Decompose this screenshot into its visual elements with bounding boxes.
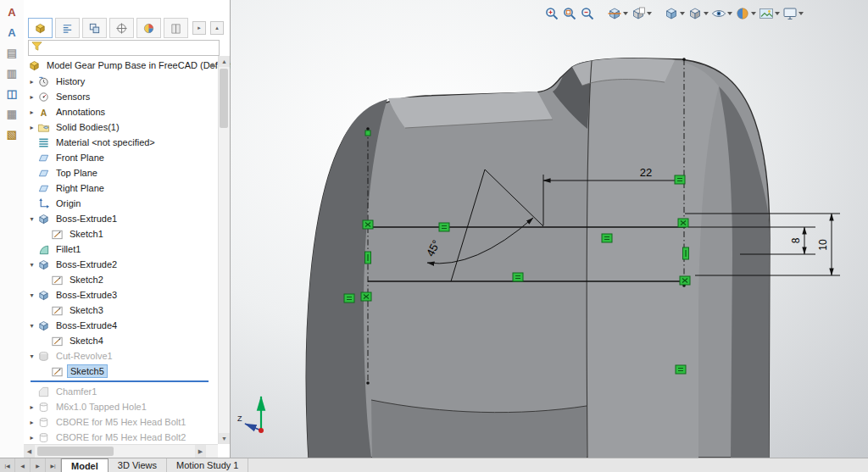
3d-drawing-view-icon[interactable] bbox=[631, 5, 652, 22]
featuremanager-design-tree-tab[interactable] bbox=[28, 18, 53, 38]
dim-8-label[interactable]: 8 bbox=[790, 237, 802, 243]
expand-arrow[interactable]: ▸ bbox=[27, 93, 36, 101]
tree-item-sketch3[interactable]: Sketch3 bbox=[24, 303, 217, 318]
tree-item-sensors[interactable]: ▸Sensors bbox=[24, 89, 217, 104]
tree-vertical-scrollbar[interactable]: ▲ ▼ bbox=[218, 56, 230, 444]
tab-scroll-button[interactable]: ▶ bbox=[31, 458, 46, 472]
filter-input[interactable] bbox=[43, 41, 219, 55]
relation-marker-x[interactable] bbox=[678, 219, 688, 227]
scroll-right-arrow[interactable]: ▶ bbox=[195, 445, 206, 458]
tree-item-m6x1-0-tapped-hole1[interactable]: ▸M6x1.0 Tapped Hole1 bbox=[24, 399, 217, 414]
expand-arrow[interactable]: ▸ bbox=[27, 419, 36, 426]
note-icon[interactable]: A bbox=[3, 3, 21, 20]
dropdown-caret-icon[interactable] bbox=[680, 12, 685, 15]
expand-arrow[interactable]: ▾ bbox=[27, 215, 36, 223]
dropdown-caret-icon[interactable] bbox=[647, 12, 652, 15]
tree-item-cbore-for-m5-hex-head-bolt1[interactable]: ▸CBORE for M5 Hex Head Bolt1 bbox=[24, 414, 217, 430]
rollback-bar[interactable] bbox=[31, 380, 209, 382]
relation-marker-eq[interactable] bbox=[676, 365, 686, 374]
tree-horizontal-scrollbar[interactable]: ◀ ▶ bbox=[24, 444, 218, 458]
tree-item-cbore-for-m5-hex-head-bolt2[interactable]: ▸CBORE for M5 Hex Head Bolt2 bbox=[24, 430, 217, 445]
dropdown-caret-icon[interactable] bbox=[623, 12, 628, 15]
displaymanager-tab[interactable] bbox=[136, 18, 161, 38]
zoom-in-icon[interactable] bbox=[544, 5, 559, 22]
flyout-pin-button[interactable]: ▸ bbox=[192, 21, 206, 35]
spellcheck-icon[interactable]: A bbox=[3, 24, 21, 41]
relation-marker-eq[interactable] bbox=[344, 294, 354, 303]
scroll-down-arrow[interactable]: ▼ bbox=[219, 433, 230, 444]
dropdown-caret-icon[interactable] bbox=[798, 12, 804, 15]
model-scene[interactable]: 22 45° 8 10 bbox=[231, 0, 868, 458]
relation-marker-eq[interactable] bbox=[439, 223, 449, 231]
expand-arrow[interactable]: ▸ bbox=[27, 434, 36, 441]
relation-marker-eq[interactable] bbox=[513, 273, 523, 281]
tree-item-origin[interactable]: Origin bbox=[24, 196, 217, 211]
zoom-to-fit-icon[interactable] bbox=[580, 5, 595, 22]
dropdown-caret-icon[interactable] bbox=[704, 12, 709, 15]
edit-appearance-icon[interactable] bbox=[735, 5, 756, 22]
relation-marker-x[interactable] bbox=[363, 220, 373, 229]
expand-arrow[interactable]: ▸ bbox=[27, 403, 36, 411]
flyout-collapse-button[interactable]: ▴ bbox=[210, 21, 224, 35]
view-palette-icon[interactable]: ▦ bbox=[3, 105, 21, 122]
tree-item-right-plane[interactable]: Right Plane bbox=[24, 180, 217, 196]
zoom-to-area-icon[interactable] bbox=[562, 5, 577, 22]
expand-arrow[interactable]: ▸ bbox=[27, 108, 36, 116]
tab-scroll-button[interactable]: ◀ bbox=[15, 458, 31, 472]
view-settings-icon[interactable] bbox=[782, 5, 804, 22]
dimxpertmanager-tab[interactable] bbox=[109, 18, 134, 38]
expand-arrow[interactable]: ▸ bbox=[27, 78, 36, 86]
document-tab-motion-study-1[interactable]: Motion Study 1 bbox=[167, 458, 248, 472]
tree-item-boss-extrude1[interactable]: ▾Boss-Extrude1 bbox=[24, 211, 217, 226]
relation-marker-eq[interactable] bbox=[602, 234, 612, 242]
relation-marker-bar[interactable] bbox=[683, 247, 689, 259]
apply-scene-icon[interactable] bbox=[759, 5, 780, 22]
tab-scroll-button[interactable]: ▶| bbox=[46, 458, 61, 472]
tree-item-front-plane[interactable]: Front Plane bbox=[24, 150, 217, 165]
configurationmanager-tab[interactable] bbox=[82, 18, 107, 38]
relation-marker-x[interactable] bbox=[361, 292, 371, 301]
scroll-up-arrow[interactable]: ▲ bbox=[219, 56, 230, 67]
tree-item-cut-revolve1[interactable]: ▾Cut-Revolve1 bbox=[24, 348, 217, 364]
dropdown-caret-icon[interactable] bbox=[775, 12, 780, 15]
scroll-thumb[interactable] bbox=[37, 447, 114, 456]
tree-item-history[interactable]: ▸History bbox=[24, 74, 217, 89]
gear-pump-base-model[interactable] bbox=[306, 58, 770, 458]
expand-arrow[interactable]: ▸ bbox=[27, 124, 36, 131]
relation-marker-dot[interactable] bbox=[365, 130, 370, 136]
graphics-area[interactable]: 22 45° 8 10 bbox=[231, 0, 868, 458]
tree-item-chamfer1[interactable]: Chamfer1 bbox=[24, 384, 217, 399]
clipboard-icon[interactable]: ▤ bbox=[3, 44, 21, 61]
expand-arrow[interactable]: ▾ bbox=[27, 322, 36, 330]
tree-item-top-plane[interactable]: Top Plane bbox=[24, 165, 217, 180]
expand-arrow[interactable]: ▾ bbox=[27, 353, 36, 360]
tree-item-solid-bodies-1[interactable]: ▸Solid Bodies(1) bbox=[24, 119, 217, 135]
file-explorer-icon[interactable]: ◫ bbox=[3, 85, 21, 102]
tree-item-boss-extrude4[interactable]: ▾Boss-Extrude4 bbox=[24, 318, 217, 333]
tree-item-boss-extrude2[interactable]: ▾Boss-Extrude2 bbox=[24, 257, 217, 272]
dropdown-caret-icon[interactable] bbox=[751, 12, 756, 15]
propertymanager-tab[interactable] bbox=[55, 18, 80, 38]
hide-show-items-icon[interactable] bbox=[711, 5, 732, 22]
dim-22-label[interactable]: 22 bbox=[640, 166, 652, 179]
document-tab-3d-views[interactable]: 3D Views bbox=[108, 458, 167, 472]
tree-item-annotations[interactable]: ▸AAnnotations bbox=[24, 104, 217, 119]
tree-item-material-not-specified[interactable]: Material <not specified> bbox=[24, 135, 217, 150]
view-orientation-icon[interactable] bbox=[664, 5, 685, 22]
custom-tools-icon[interactable]: ▧ bbox=[3, 125, 21, 142]
expand-arrow[interactable]: ▾ bbox=[27, 261, 36, 269]
section-view-icon[interactable] bbox=[607, 5, 628, 22]
scroll-left-arrow[interactable]: ◀ bbox=[24, 445, 35, 458]
tree-item-sketch1[interactable]: Sketch1 bbox=[24, 226, 217, 242]
tree-item-sketch2[interactable]: Sketch2 bbox=[24, 272, 217, 287]
tree-item-boss-extrude3[interactable]: ▾Boss-Extrude3 bbox=[24, 287, 217, 303]
tree-item-fillet1[interactable]: Fillet1 bbox=[24, 242, 217, 257]
dim-10-label[interactable]: 10 bbox=[817, 239, 829, 251]
document-tab-model[interactable]: Model bbox=[61, 458, 108, 472]
display-style-icon[interactable] bbox=[687, 5, 709, 22]
tree-item-sketch4[interactable]: Sketch4 bbox=[24, 333, 217, 348]
expand-arrow[interactable]: ▾ bbox=[27, 292, 36, 299]
tab-scroll-button[interactable]: |◀ bbox=[0, 458, 15, 472]
relation-marker-eq[interactable] bbox=[675, 175, 685, 184]
relation-marker-bar[interactable] bbox=[365, 252, 371, 264]
